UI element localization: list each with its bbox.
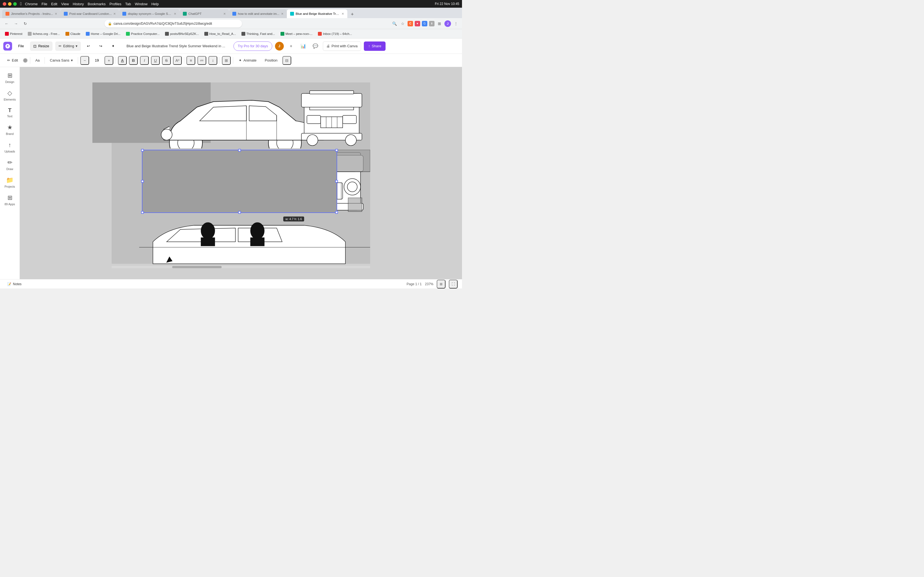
bookmark-claude[interactable]: Claude [63, 31, 82, 37]
tab-close-button[interactable]: ✕ [223, 12, 226, 16]
comment-icon[interactable]: 💬 [311, 42, 320, 51]
mac-menu-file[interactable]: File [42, 2, 47, 6]
mac-menu-view[interactable]: View [61, 2, 69, 6]
search-icon[interactable]: 🔍 [391, 20, 397, 27]
tab-close-button[interactable]: ✕ [174, 12, 176, 16]
bookmark-posts[interactable]: posts/BNvSEp5ZK... [163, 31, 201, 37]
underline-button[interactable]: U [151, 56, 160, 65]
tab-canva-active[interactable]: Blue and Beige Illustrative Tre... ✕ [287, 9, 347, 18]
undo-button[interactable]: ↩ [84, 42, 93, 51]
tab-cardboard[interactable]: Post-war Cardboard London... ✕ [60, 9, 119, 18]
font-size-input[interactable]: 19 [91, 58, 102, 62]
profile-icon[interactable]: J [444, 20, 451, 27]
editing-mode-button[interactable]: ✏ Editing ▾ [55, 42, 81, 51]
mac-menu-window[interactable]: Window [135, 2, 147, 6]
ext3-icon[interactable]: G [422, 21, 427, 26]
font-size-increase-button[interactable]: + [105, 56, 113, 65]
print-button[interactable]: 🖨 Print with Canva [323, 42, 361, 51]
redo-button[interactable]: ↪ [96, 42, 106, 51]
sidebar-item-design[interactable]: ⊞ Design [1, 69, 19, 86]
text-color-picker[interactable] [23, 58, 28, 63]
tab-close-button[interactable]: ✕ [113, 12, 116, 16]
ext4-icon[interactable]: ⬇ [429, 21, 435, 26]
selected-element[interactable] [142, 150, 337, 213]
scrollbar-thumb[interactable] [172, 266, 222, 268]
resize-handle-top-right[interactable] [335, 149, 338, 152]
forward-button[interactable]: → [12, 20, 20, 27]
chart-icon[interactable]: 📊 [299, 42, 308, 51]
bookmark-star-icon[interactable]: ☆ [399, 20, 406, 27]
mac-menu-tab[interactable]: Tab [125, 2, 131, 6]
text-style-dropdown[interactable]: Aa [32, 56, 42, 65]
resize-handle-bottom-middle[interactable] [238, 211, 241, 214]
tab-close-button[interactable]: ✕ [342, 12, 344, 16]
mac-menu-history[interactable]: History [73, 2, 84, 6]
minimize-window-button[interactable] [8, 2, 11, 6]
refresh-button[interactable]: ↻ [21, 20, 29, 27]
sidebar-item-apps[interactable]: ⊞ 89 Apps [1, 192, 19, 208]
bookmark-lichess[interactable]: lichess.org - Free... [26, 31, 62, 37]
bookmark-pinterest[interactable]: Pinterest [3, 31, 24, 37]
ext2-icon[interactable]: ♥ [415, 21, 420, 26]
resize-handle-bottom-left[interactable] [141, 211, 144, 214]
resize-button[interactable]: ⊡ Resize [30, 42, 53, 51]
tab-chatgpt[interactable]: ChatGPT ✕ [179, 9, 229, 18]
text-color-button[interactable]: A [118, 56, 127, 65]
bookmark-google-drive[interactable]: Home – Google Dri... [84, 31, 123, 37]
resize-handle-middle-left[interactable] [141, 180, 144, 183]
resize-handle-bottom-right[interactable] [335, 211, 338, 214]
try-pro-button[interactable]: Try Pro for 30 days [233, 42, 272, 51]
list-button[interactable]: ≔ [197, 56, 206, 65]
resize-handle-top-left[interactable] [141, 149, 144, 152]
tab-how-to-edit[interactable]: how to edit and annotate im... ✕ [229, 9, 287, 18]
tab-close-button[interactable]: ✕ [281, 12, 284, 16]
font-family-dropdown[interactable]: Canva Sans ▾ [47, 56, 76, 65]
chrome-menu-icon[interactable]: ⋮ [453, 20, 459, 27]
bookmark-inbox[interactable]: Inbox (719) – 64ch... [316, 31, 354, 37]
mac-menu-help[interactable]: Help [151, 2, 159, 6]
font-size-decrease-button[interactable]: − [80, 56, 89, 65]
strikethrough-button[interactable]: S [162, 56, 171, 65]
window-controls[interactable] [3, 2, 17, 6]
share-button[interactable]: ↑ Share [364, 42, 386, 51]
canva-logo-button[interactable] [3, 42, 12, 50]
bookmark-meet[interactable]: Meet – pew-rxxn-... [278, 31, 315, 37]
filter-button[interactable]: ⊟ [283, 56, 291, 65]
bookmark-how-to-read[interactable]: How_to_Read_A... [202, 31, 238, 37]
mac-menu-profiles[interactable]: Profiles [110, 2, 121, 6]
sidebar-item-draw[interactable]: ✏ Draw [1, 156, 19, 173]
file-menu-button[interactable]: File [15, 42, 27, 51]
text-align-button[interactable]: ≡ [186, 56, 195, 65]
tab-close-button[interactable]: ✕ [55, 12, 57, 16]
bookmark-thinking[interactable]: Thinking, Fast and... [239, 31, 277, 37]
canvas-area[interactable]: w: 4.7 h: 1.6 [20, 67, 462, 279]
sidebar-item-brand[interactable]: ★ Brand [1, 121, 19, 138]
horizontal-scrollbar[interactable] [111, 266, 370, 268]
url-input[interactable]: 🔒 canva.com/design/DAGVRvA7dzQ/C8QlvTSu6… [105, 20, 242, 27]
animate-button[interactable]: ✦ Animate [236, 56, 260, 65]
mac-menu-chrome[interactable]: Chrome [25, 2, 38, 6]
bold-button[interactable]: B [129, 56, 138, 65]
mac-menu-bookmarks[interactable]: Bookmarks [88, 2, 106, 6]
back-button[interactable]: ← [3, 20, 10, 27]
position-button[interactable]: Position [262, 56, 280, 65]
italic-button[interactable]: I [140, 56, 149, 65]
notes-button[interactable]: 📝 Notes [5, 280, 24, 288]
magic-wand-button[interactable]: ✦ [108, 42, 118, 51]
extensions-icon[interactable]: ⊞ [436, 20, 443, 27]
add-button[interactable]: + [286, 42, 296, 51]
resize-handle-middle-right[interactable] [335, 180, 338, 183]
user-avatar[interactable]: J [275, 42, 284, 50]
effects-button[interactable]: ⊞ [222, 56, 231, 65]
maximize-window-button[interactable] [13, 2, 17, 6]
bookmark-practice[interactable]: Practice Computer... [124, 31, 162, 37]
close-window-button[interactable] [3, 2, 6, 6]
line-spacing-button[interactable]: ↕ [208, 56, 217, 65]
edit-button[interactable]: ✏ Edit [5, 56, 21, 65]
zoom-control[interactable]: 237% [425, 282, 433, 286]
canva-ext-icon[interactable]: C [407, 21, 413, 26]
superscript-button[interactable]: Aᵃ [173, 56, 182, 65]
mac-menu-edit[interactable]: Edit [51, 2, 57, 6]
new-tab-button[interactable]: + [349, 10, 356, 18]
fullscreen-button[interactable]: ⛶ [449, 280, 457, 288]
